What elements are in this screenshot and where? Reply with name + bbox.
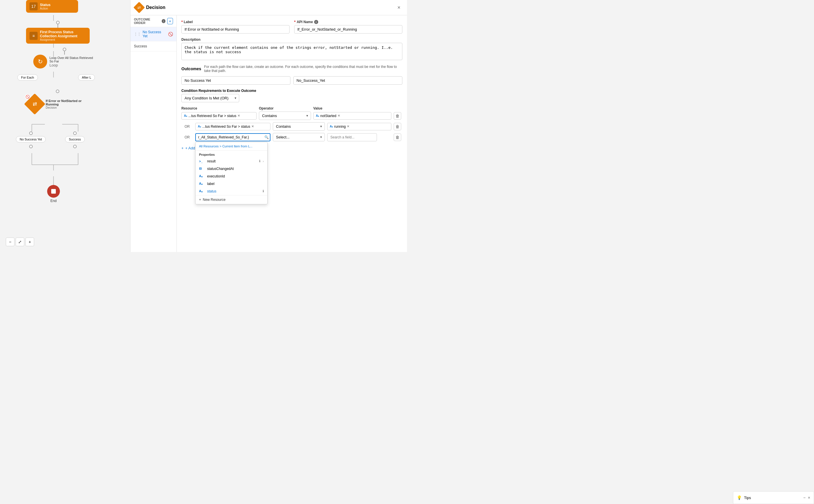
resource-3-wrap: 🔍 All Resources > Current Item from L...… [195, 133, 271, 141]
api-name-group: * API Name i [294, 20, 402, 34]
delete-condition-3-button[interactable]: 🗑 [394, 134, 401, 141]
outcomes-title: Outcomes [181, 66, 201, 71]
new-resource-label: New Resource [203, 198, 226, 202]
label-field-label: * Label [181, 20, 290, 24]
search-icon: 🔍 [265, 135, 269, 139]
label-field-label-dd: label [207, 182, 264, 186]
condition-requirements: Condition Requirements to Execute Outcom… [181, 89, 402, 102]
delete-condition-2-button[interactable]: 🗑 [394, 123, 401, 130]
status-changed-at-label: statusChangedAt [207, 167, 264, 171]
end-circle-icon [47, 185, 60, 198]
panel-header: ⇄ Decision × [130, 0, 407, 15]
value-header: Value [313, 106, 391, 110]
resource-1-input[interactable]: Aₐ ...tus Retrieved So Far > status ✕ [181, 112, 257, 120]
description-group: Description Check if the current element… [181, 38, 402, 60]
after-label-pill: After L [78, 74, 95, 81]
api-name-field-label: * API Name i [294, 20, 402, 24]
decision-node[interactable]: 🚫 ⇄ If Error or NotStarted or Running De… [26, 90, 89, 113]
deny-no-success-icon: 🚫 [168, 32, 173, 36]
label-field-icon: Aₐ [199, 182, 205, 186]
connector-line [58, 24, 58, 28]
dropdown-item-execution-id[interactable]: Aₐ executionId [195, 173, 267, 180]
value-2-input[interactable]: Aₐ running ✕ [327, 123, 391, 130]
resource-header: Resource [181, 106, 257, 110]
success-outcome: Success [65, 131, 85, 148]
outcome-no-success-label: No Success Yet [142, 30, 166, 38]
outcome-sidebar: OUTCOME ORDER i + ⋮⋮ No Success Yet 🚫 Su… [130, 15, 177, 252]
dropdown-item-result[interactable]: >_ result ℹ › [195, 157, 267, 165]
decision-panel: ⇄ Decision × OUTCOME ORDER i + ⋮⋮ No Suc… [130, 0, 407, 252]
drag-handle: ⋮⋮ [134, 32, 141, 36]
dropdown-item-status[interactable]: Aₐ status ℹ [195, 188, 267, 195]
outcomes-header: Outcomes For each path the flow can take… [181, 65, 402, 73]
condition-headers: Resource Operator Value [181, 106, 402, 110]
resource-1-clear[interactable]: ✕ [238, 114, 240, 118]
delete-condition-1-button[interactable]: 🗑 [394, 112, 401, 120]
dropdown-item-label-field[interactable]: Aₐ label [195, 180, 267, 188]
outcome-name-row [181, 76, 402, 85]
resource-2-input[interactable]: Aₐ ...tus Retrieved So Far > status ✕ [195, 123, 271, 130]
canvas-controls: − ⤢ + [6, 238, 34, 246]
outcome-item-no-success[interactable]: ⋮⋮ No Success Yet 🚫 [130, 27, 176, 41]
description-input[interactable]: Check if the current element contains on… [181, 43, 402, 60]
label-api-row: * Label * API Name i [181, 20, 402, 34]
outcome-api-name-input[interactable] [293, 76, 402, 85]
status-icon: Aₐ [199, 189, 205, 193]
or-label-2: OR [181, 125, 193, 129]
condition-req-label: Condition Requirements to Execute Outcom… [181, 89, 402, 93]
assignment-icon: ≡ [29, 32, 38, 40]
resource-3-search-input[interactable] [195, 133, 271, 141]
dropdown-item-status-changed-at[interactable]: ⊟ statusChangedAt [195, 165, 267, 173]
value-3-search-input[interactable] [327, 133, 377, 141]
panel-header-icon: ⇄ [133, 2, 145, 13]
connector-circle [56, 21, 60, 24]
connector-line-2 [64, 51, 65, 55]
no-success-outcome: No Success Yet [16, 131, 46, 148]
or-label-3: OR [181, 135, 193, 139]
operator-3-select[interactable]: Select... [273, 133, 325, 141]
loop-node[interactable]: ↻ Loop Over All Status Retrieved So Far … [33, 48, 96, 68]
status-node[interactable]: 17 Status Action [26, 0, 78, 13]
connector-circle-2 [63, 48, 66, 51]
condition-req-select-wrap: Any Condition Is Met (OR) ▼ [181, 94, 239, 102]
deny-icon: 🚫 [25, 94, 30, 99]
panel-main: * Label * API Name i Description [177, 15, 407, 252]
result-info-icon: ℹ [259, 159, 260, 163]
condition-row-2: OR Aₐ ...tus Retrieved So Far > status ✕ [181, 122, 402, 131]
value-2-clear[interactable]: ✕ [347, 125, 349, 128]
resource-1-wrap: Aₐ ...tus Retrieved So Far > status ✕ [181, 112, 257, 120]
execution-id-icon: Aₐ [199, 174, 205, 178]
new-resource-button[interactable]: + New Resource [195, 195, 267, 204]
operator-1-select[interactable]: Contains [259, 112, 311, 120]
result-icon: >_ [199, 160, 205, 163]
outcome-name-input[interactable] [181, 76, 291, 85]
api-name-info-icon: i [314, 20, 318, 24]
api-name-input[interactable] [294, 25, 402, 34]
operator-2-select[interactable]: Contains [273, 122, 325, 131]
zoom-out-button[interactable]: − [6, 238, 14, 246]
execution-id-label: executionId [207, 174, 264, 178]
end-node[interactable]: End [47, 185, 60, 203]
label-input[interactable] [181, 25, 290, 34]
value-1-clear[interactable]: ✕ [338, 114, 340, 118]
decision-diamond: 🚫 ⇄ [26, 95, 43, 113]
first-process-node[interactable]: ≡ First Process Status Collection Assign… [26, 21, 90, 44]
outcome-order-info-icon: i [162, 19, 165, 23]
outcome-item-success[interactable]: Success [130, 41, 176, 51]
connector-circle-3 [56, 90, 59, 93]
loop-icon: ↻ [33, 55, 47, 68]
outcome-order-label: OUTCOME ORDER [134, 18, 160, 25]
zoom-in-button[interactable]: + [25, 238, 34, 246]
resource-dropdown: All Resources > Current Item from L... P… [195, 142, 268, 204]
status-changed-at-icon: ⊟ [199, 167, 205, 171]
add-outcome-button[interactable]: + [167, 18, 173, 24]
condition-req-select[interactable]: Any Condition Is Met (OR) [181, 94, 239, 102]
resource-2-clear[interactable]: ✕ [252, 125, 254, 128]
value-1-input[interactable]: Aₐ notStarted ✕ [313, 112, 391, 120]
panel-close-button[interactable]: × [395, 4, 402, 11]
flow-canvas: 17 Status Action ≡ First Process Status … [0, 0, 130, 252]
panel-body: OUTCOME ORDER i + ⋮⋮ No Success Yet 🚫 Su… [130, 15, 407, 252]
condition-section: Resource Operator Value Aₐ ...tus Retrie… [181, 106, 402, 150]
fit-view-button[interactable]: ⤢ [16, 238, 24, 246]
result-arrow-icon: › [263, 160, 264, 163]
